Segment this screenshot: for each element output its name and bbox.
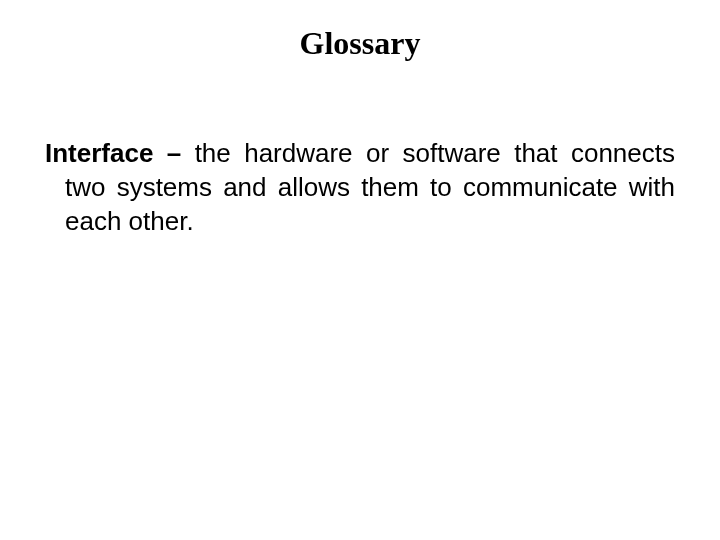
glossary-term: Interface – bbox=[45, 138, 195, 168]
page-title: Glossary bbox=[45, 25, 675, 62]
glossary-entry: Interface – the hardware or software tha… bbox=[45, 137, 675, 238]
